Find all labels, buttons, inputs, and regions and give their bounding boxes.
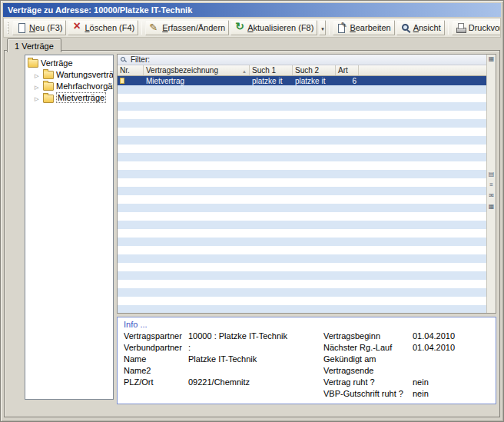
info-label: Name [124, 354, 188, 365]
loeschen-button[interactable]: Löschen (F4) [68, 20, 138, 35]
info-value: 09221/Chemnitz [188, 377, 323, 388]
contract-row-icon [120, 78, 124, 84]
neu-button[interactable]: Neu (F3) [12, 20, 66, 35]
edit-icon [149, 22, 160, 33]
contract-tree: Verträge Wartungsverträge Mehrfachvorgän… [25, 55, 114, 400]
grid-main: Filter: Nr. Vertragsbezeichnung Such 1 S… [118, 55, 487, 313]
tree-item-label: Wartungsverträge [56, 70, 114, 79]
bearbeiten-button-label: Bearbeiten [350, 23, 390, 32]
cell-vertragsbezeichnung: Mietvertrag [144, 76, 250, 85]
tree-item-vertraege[interactable]: Verträge [26, 57, 112, 68]
info-panel: Info ... Vertragspartner 10000 : Platzke… [117, 317, 496, 404]
aktualisieren-dropdown-button[interactable] [319, 20, 326, 35]
filter-label: Filter: [131, 55, 150, 64]
druckvorschau-button[interactable]: Druckvorschau [452, 20, 501, 35]
info-label: Gekündigt am [323, 354, 413, 365]
ansicht-button[interactable]: Ansicht [396, 20, 445, 35]
folder-icon [43, 71, 54, 79]
tab-vertraege[interactable]: 1 Verträge [7, 38, 61, 52]
expand-icon[interactable] [35, 93, 41, 102]
tree-item-wartungsvertraege[interactable]: Wartungsverträge [26, 68, 112, 80]
refresh-icon [234, 22, 245, 33]
column-header-label: Such 2 [295, 66, 319, 75]
aktualisieren-button[interactable]: Aktualisieren (F8) [230, 20, 317, 35]
grid-empty-rows [118, 85, 487, 313]
expand-icon[interactable] [35, 70, 41, 79]
filter-icon [120, 56, 128, 64]
grid-icon[interactable] [489, 203, 495, 211]
new-document-icon [16, 22, 27, 33]
toolbar-separator [448, 22, 449, 35]
tree-item-mietvertraege[interactable]: Mietverträge [26, 91, 112, 104]
column-header-such2[interactable]: Such 2 [293, 65, 336, 75]
column-header-label: Such 1 [252, 66, 276, 75]
delete-icon [71, 22, 82, 33]
tab-page: Verträge Wartungsverträge Mehrfachvorgän… [4, 50, 500, 417]
column-header-vertragsbezeichnung[interactable]: Vertragsbezeichnung [144, 65, 250, 75]
info-label: Name2 [124, 365, 188, 377]
grid-side-strip [486, 55, 496, 313]
info-label: Vertrag ruht ? [323, 377, 413, 388]
grid-header: Nr. Vertragsbezeichnung Such 1 Such 2 Ar… [118, 65, 487, 76]
folder-icon [43, 95, 54, 103]
info-value [413, 365, 489, 377]
folder-icon [43, 82, 54, 91]
cell-such1: platzke it [250, 76, 293, 85]
tree-item-label: Verträge [41, 58, 73, 68]
view-icon [400, 22, 411, 33]
folder-icon [28, 59, 38, 68]
info-panel-title: Info ... [124, 320, 489, 329]
toolbar-grip-icon[interactable] [7, 22, 8, 34]
chevron-down-icon [321, 23, 324, 32]
info-grid: Vertragspartner 10000 : Platzke IT-Techn… [124, 331, 489, 400]
bearbeiten-button[interactable]: Bearbeiten [333, 20, 394, 35]
info-value [188, 365, 323, 377]
info-value [413, 354, 489, 365]
erfassen-aendern-button-label: Erfassen/Ändern [162, 23, 225, 32]
info-label: PLZ/Ort [124, 377, 188, 388]
aktualisieren-button-label: Aktualisieren (F8) [247, 23, 313, 32]
column-header-label: Vertragsbezeichnung [146, 66, 218, 75]
toolbar: Neu (F3) Löschen (F4) Erfassen/Ändern Ak… [3, 18, 501, 38]
table-row-selected[interactable]: Mietvertrag platzke it platzke it 6 [118, 76, 487, 85]
sort-ascending-icon [240, 66, 247, 75]
expand-icon[interactable] [35, 81, 41, 91]
cell-such2: platzke it [293, 76, 336, 85]
toolbar-separator [141, 22, 142, 35]
info-label: Vertragsende [323, 365, 413, 377]
erfassen-aendern-button[interactable]: Erfassen/Ändern [145, 20, 229, 35]
column-header-such1[interactable]: Such 1 [250, 65, 293, 75]
side-strip-buttons [489, 171, 495, 211]
tree-item-mehrfachvorgaenge[interactable]: Mehrfachvorgänge [26, 80, 112, 91]
info-label: Vertragsbeginn [323, 331, 413, 342]
mail-icon[interactable] [489, 192, 494, 200]
info-value: : [188, 342, 323, 354]
info-label: Vertragspartner [124, 331, 188, 342]
cell-filler [359, 76, 487, 85]
print-preview-icon [456, 22, 466, 33]
info-label: Verbundpartner [124, 342, 188, 354]
column-header-label: Art [338, 66, 348, 75]
info-label: VBP-Gutschrift ruht ? [323, 388, 413, 400]
info-value: 10000 : Platzke IT-Technik [188, 331, 323, 342]
info-label [124, 388, 188, 400]
list-icon[interactable] [489, 181, 493, 189]
loeschen-button-label: Löschen (F4) [85, 23, 134, 32]
ansicht-button-label: Ansicht [413, 23, 441, 32]
tree-item-label: Mietverträge [56, 92, 106, 103]
window-title: Verträge zu Adresse: 10000/Platzke IT-Te… [8, 5, 192, 15]
column-header-art[interactable]: Art [336, 65, 359, 75]
druckvorschau-button-label: Druckvorschau [469, 23, 501, 32]
info-value [188, 388, 323, 400]
tree-item-label: Mehrfachvorgänge [56, 81, 114, 91]
tab-label: 1 Verträge [15, 42, 54, 51]
app-window: Verträge zu Adresse: 10000/Platzke IT-Te… [0, 0, 504, 422]
column-header-label: Nr. [120, 66, 130, 75]
column-options-icon[interactable] [489, 55, 495, 63]
table-icon[interactable] [489, 171, 495, 178]
column-header-nr[interactable]: Nr. [118, 65, 144, 75]
filter-bar[interactable]: Filter: [118, 55, 487, 65]
title-bar: Verträge zu Adresse: 10000/Platzke IT-Te… [3, 3, 501, 17]
column-header-filler [359, 65, 487, 75]
info-value: nein [413, 377, 489, 388]
